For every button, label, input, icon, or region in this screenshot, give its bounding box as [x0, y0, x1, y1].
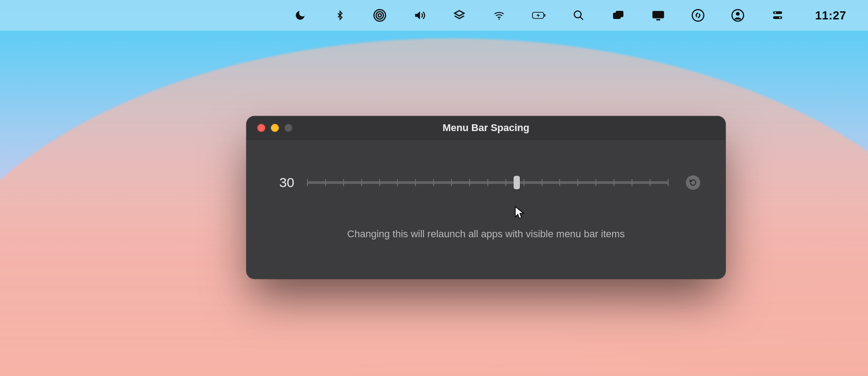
slider-note: Changing this will relaunch all apps wit… [272, 228, 700, 240]
titlebar[interactable]: Menu Bar Spacing [246, 116, 726, 140]
svg-rect-5 [544, 14, 545, 17]
airdrop-icon[interactable] [373, 9, 387, 22]
reset-button[interactable] [686, 175, 700, 190]
zoom-button[interactable] [284, 124, 292, 132]
spacing-slider-row: 30 [272, 175, 700, 190]
wifi-icon[interactable] [492, 9, 506, 22]
minimize-button[interactable] [271, 124, 279, 132]
shazam-icon[interactable] [691, 9, 705, 22]
slider-thumb[interactable] [514, 176, 520, 189]
svg-point-0 [378, 14, 382, 17]
svg-rect-15 [773, 16, 782, 19]
menu-bar: 11:27 [0, 0, 868, 31]
svg-rect-9 [652, 11, 664, 18]
svg-point-16 [779, 17, 781, 19]
app-window: Menu Bar Spacing 30 Changing this will r… [246, 116, 726, 279]
svg-rect-13 [773, 11, 782, 14]
sound-icon[interactable] [413, 9, 426, 22]
spacing-slider[interactable] [307, 176, 669, 189]
svg-point-12 [736, 12, 740, 15]
bluetooth-icon[interactable] [333, 9, 347, 22]
close-button[interactable] [257, 124, 265, 132]
traffic-lights [246, 124, 292, 132]
svg-point-6 [574, 11, 581, 18]
battery-icon[interactable] [532, 9, 546, 22]
slider-ticks [307, 176, 669, 189]
svg-rect-8 [616, 11, 623, 17]
stack-icon[interactable] [453, 9, 466, 22]
spotlight-icon[interactable] [572, 9, 585, 22]
do-not-disturb-icon[interactable] [293, 9, 307, 22]
desktop: 11:27 Menu Bar Spacing 30 [0, 0, 868, 376]
svg-point-14 [774, 12, 776, 14]
svg-point-3 [499, 19, 500, 20]
stage-manager-icon[interactable] [612, 9, 625, 22]
control-center-icon[interactable] [771, 9, 784, 22]
slider-value-label: 30 [272, 175, 294, 190]
window-title: Menu Bar Spacing [246, 122, 726, 134]
screen-mirroring-icon[interactable] [651, 9, 665, 22]
user-icon[interactable] [731, 9, 745, 22]
svg-point-1 [376, 12, 383, 19]
menu-bar-clock[interactable]: 11:27 [815, 9, 846, 23]
svg-point-10 [692, 9, 704, 21]
window-content: 30 Changing this will relaunch all apps … [246, 140, 726, 240]
